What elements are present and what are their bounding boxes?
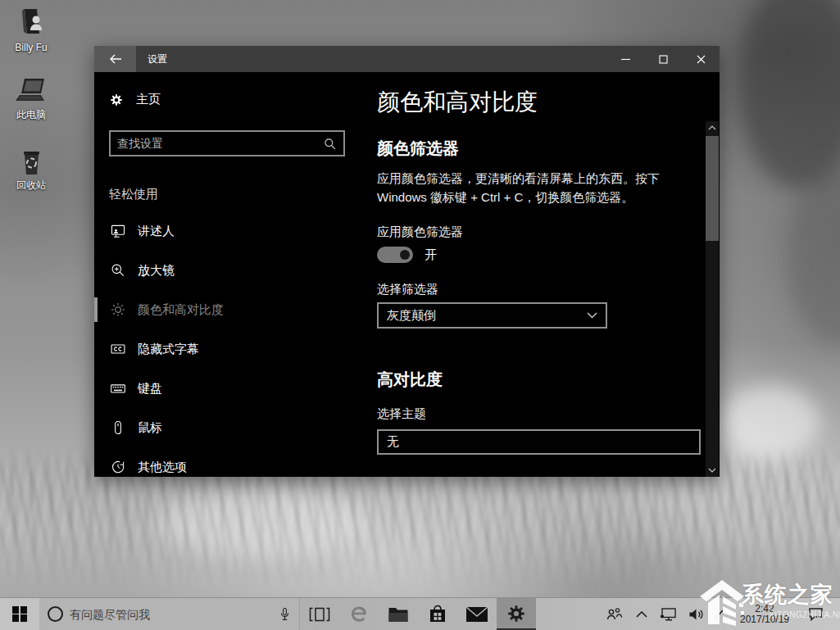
cortana-search-input[interactable] (63, 608, 279, 621)
sidebar-section-label: 轻松使用 (109, 187, 158, 202)
toggle-state-label: 开 (425, 247, 437, 263)
people-button[interactable] (599, 598, 629, 630)
scrollbar-track[interactable] (706, 121, 719, 477)
theme-dropdown[interactable]: 无 (377, 429, 701, 455)
cortana-search-box[interactable] (39, 598, 300, 630)
sidebar-item-home[interactable]: 主页 (109, 92, 161, 107)
titlebar: 设置 (94, 46, 720, 72)
taskbar: 2:42 2017/10/19 (0, 597, 840, 630)
sidebar-item-label: 放大镜 (138, 263, 175, 279)
cortana-icon (48, 606, 63, 622)
this-pc-icon (13, 75, 49, 107)
color-filters-description: 应用颜色筛选器，更清晰的看清屏幕上的东西。按下 Windows 徽标键 + Ct… (377, 169, 660, 206)
volume-button[interactable] (683, 598, 709, 630)
network-button[interactable] (655, 598, 683, 630)
action-center-button[interactable] (799, 598, 832, 630)
minimize-icon (621, 55, 630, 64)
settings-search-input[interactable] (111, 137, 324, 150)
chevron-up-icon (708, 125, 716, 130)
select-filter-label: 选择筛选器 (377, 282, 438, 297)
system-tray: 2:42 2017/10/19 (599, 598, 840, 630)
store-button[interactable] (418, 598, 457, 630)
desktop-icon-this-pc[interactable]: 此电脑 (0, 75, 62, 120)
toggle-knob (400, 250, 410, 260)
tray-expand-button[interactable] (629, 598, 655, 630)
clock-date: 2017/10/19 (735, 614, 794, 625)
search-icon (324, 138, 336, 150)
microphone-icon (279, 606, 291, 623)
settings-window: 设置 (94, 46, 720, 477)
close-icon (697, 55, 706, 64)
closed-captions-icon (109, 341, 127, 357)
desktop-icon-recycle-bin[interactable]: 回收站 (0, 147, 62, 191)
keyboard-icon (109, 380, 127, 397)
theme-dropdown-value: 无 (387, 434, 691, 450)
clock-time: 2:42 (735, 604, 794, 614)
desktop-icon-label: 此电脑 (0, 109, 62, 120)
mail-button[interactable] (457, 598, 497, 630)
scrollbar-up-button[interactable] (706, 121, 719, 134)
sidebar-item-label: 颜色和高对比度 (138, 302, 224, 318)
taskbar-clock[interactable]: 2:42 2017/10/19 (735, 604, 794, 625)
network-display-icon (660, 607, 678, 622)
color-contrast-icon (109, 301, 127, 318)
pen-icon (713, 608, 726, 621)
filter-dropdown-value: 灰度颠倒 (387, 308, 587, 324)
sidebar-item-label: 讲述人 (138, 224, 175, 239)
file-explorer-icon (388, 605, 409, 623)
apply-color-filter-label: 应用颜色筛选器 (377, 224, 463, 240)
desktop-icon-user-folder[interactable]: Billy Fu (0, 7, 62, 53)
scrollbar-thumb[interactable] (706, 136, 719, 241)
pen-button[interactable] (709, 598, 730, 630)
sidebar-item-keyboard[interactable]: 键盘 (94, 372, 373, 405)
action-center-icon (808, 607, 824, 621)
scrollbar-down-button[interactable] (706, 464, 719, 477)
user-folder-icon (15, 7, 48, 39)
apply-color-filter-toggle[interactable] (377, 247, 413, 263)
settings-button[interactable] (497, 598, 536, 630)
sidebar-item-magnifier[interactable]: 放大镜 (94, 254, 373, 287)
desktop-icon-label: Billy Fu (0, 42, 62, 53)
back-arrow-icon (109, 54, 122, 64)
select-theme-label: 选择主题 (377, 406, 426, 422)
desktop-icon-label: 回收站 (0, 179, 62, 191)
file-explorer-button[interactable] (379, 598, 418, 630)
settings-window-body: 主页 轻松使用 讲述人 (94, 72, 720, 477)
chevron-up-icon (636, 611, 647, 618)
background-plant-shadow (787, 164, 840, 344)
sidebar-item-label: 键盘 (138, 381, 162, 397)
filter-dropdown[interactable]: 灰度颠倒 (377, 302, 607, 329)
sidebar-item-label: 鼠标 (138, 420, 162, 436)
other-options-icon (109, 459, 127, 475)
store-icon (427, 604, 448, 625)
window-title: 设置 (148, 52, 167, 66)
sidebar-item-narrator[interactable]: 讲述人 (94, 215, 373, 247)
high-contrast-heading: 高对比度 (377, 369, 443, 391)
close-button[interactable] (682, 46, 720, 72)
task-view-icon (309, 606, 330, 623)
settings-search-box[interactable] (109, 130, 345, 156)
magnifier-icon (109, 262, 127, 279)
recycle-bin-icon (15, 147, 48, 177)
sidebar-item-label: 其他选项 (138, 460, 187, 475)
settings-gear-icon (506, 604, 526, 623)
sidebar-item-label: 隐藏式字幕 (138, 342, 199, 357)
people-icon (605, 606, 623, 623)
gear-icon (109, 93, 124, 107)
sidebar-item-other-options[interactable]: 其他选项 (94, 451, 373, 477)
background-plant-shadow (738, 0, 840, 188)
windows-logo-icon (12, 606, 28, 622)
speaker-icon (688, 607, 704, 622)
back-button[interactable] (94, 46, 136, 72)
minimize-button[interactable] (606, 46, 644, 72)
sidebar-item-mouse[interactable]: 鼠标 (94, 411, 373, 444)
sidebar-item-color-high-contrast[interactable]: 颜色和高对比度 (94, 293, 373, 326)
sidebar-home-label: 主页 (136, 92, 161, 107)
task-view-button[interactable] (300, 598, 339, 630)
maximize-button[interactable] (644, 46, 682, 72)
sidebar-item-closed-captions[interactable]: 隐藏式字幕 (94, 333, 373, 365)
start-button[interactable] (0, 598, 39, 630)
mouse-icon (109, 419, 127, 436)
mail-icon (465, 606, 488, 623)
edge-button[interactable] (339, 598, 379, 630)
